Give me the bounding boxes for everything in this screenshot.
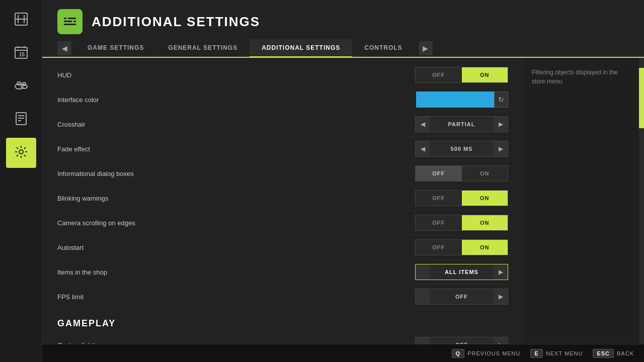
svg-rect-13 xyxy=(72,20,73,23)
sidebar-item-contracts[interactable] xyxy=(6,105,36,135)
autostart-row: Autostart OFF ON xyxy=(57,235,508,260)
camera-scrolling-off-button[interactable]: OFF xyxy=(416,215,462,230)
info-dialog-off-button[interactable]: OFF xyxy=(416,166,462,181)
fps-limit-control: OFF ▶ xyxy=(415,289,508,305)
blinking-label: Blinking warnings xyxy=(57,195,108,202)
hud-label: HUD xyxy=(57,71,71,79)
crosshair-next-button[interactable]: ▶ xyxy=(494,117,508,132)
items-shop-label: Items in the shop xyxy=(57,268,107,276)
camera-scrolling-toggle: OFF ON xyxy=(415,215,508,231)
svg-rect-12 xyxy=(66,17,68,20)
info-panel: Filtering objects displayed in the store… xyxy=(523,58,639,362)
crosshair-value: PARTIAL xyxy=(430,121,494,127)
color-bar[interactable] xyxy=(416,92,494,108)
crosshair-control: ◀ PARTIAL ▶ xyxy=(415,116,508,132)
info-dialog-row: Informational dialog boxes OFF ON xyxy=(57,161,508,186)
blinking-toggle: OFF ON xyxy=(415,190,508,206)
map-icon xyxy=(13,11,29,29)
tab-additional-settings[interactable]: ADDITIONAL SETTINGS xyxy=(250,39,352,58)
hud-on-button[interactable]: ON xyxy=(462,67,508,82)
header-icon xyxy=(57,9,83,34)
next-menu-action: E NEXT MENU xyxy=(530,349,583,358)
blinking-row: Blinking warnings OFF ON xyxy=(57,186,508,211)
back-label: BACK xyxy=(617,350,634,356)
blinking-off-button[interactable]: OFF xyxy=(416,191,462,206)
fade-prev-button[interactable]: ◀ xyxy=(416,141,430,156)
interface-color-label: Interface color xyxy=(57,96,99,104)
gameplay-section-header: GAMEPLAY xyxy=(57,318,508,329)
color-reset-button[interactable]: ↻ xyxy=(494,92,508,108)
hud-off-button[interactable]: OFF xyxy=(416,67,462,82)
back-action: ESC BACK xyxy=(593,349,634,358)
fade-selector: ◀ 500 MS ▶ xyxy=(415,141,508,157)
tab-prev-button[interactable]: ◀ xyxy=(57,41,71,55)
svg-text:15: 15 xyxy=(19,52,25,57)
info-dialog-label: Informational dialog boxes xyxy=(57,170,134,177)
header: ADDITIONAL SETTINGS xyxy=(42,0,644,39)
info-dialog-toggle: OFF ON xyxy=(415,165,508,182)
animals-icon xyxy=(13,77,29,96)
blinking-control: OFF ON xyxy=(415,190,508,206)
page-title: ADDITIONAL SETTINGS xyxy=(92,14,260,30)
items-shop-row: Items in the shop ALL ITEMS ▶ xyxy=(57,260,508,285)
camera-scrolling-on-button[interactable]: ON xyxy=(462,215,508,230)
scrollbar-thumb[interactable] xyxy=(639,68,644,128)
sidebar: 15 xyxy=(0,0,42,362)
crosshair-prev-button[interactable]: ◀ xyxy=(416,117,430,132)
tab-navigation: ◀ GAME SETTINGS GENERAL SETTINGS ADDITIO… xyxy=(42,39,644,58)
camera-scrolling-row: Camera scrolling on edges OFF ON xyxy=(57,211,508,235)
autostart-off-button[interactable]: OFF xyxy=(416,240,462,255)
autostart-on-button[interactable]: ON xyxy=(462,240,508,255)
sidebar-item-calendar[interactable]: 15 xyxy=(6,38,36,68)
svg-rect-11 xyxy=(64,24,76,25)
camera-scrolling-label: Camera scrolling on edges xyxy=(57,219,135,227)
items-shop-value: ALL ITEMS xyxy=(430,269,494,275)
hud-setting-row: HUD OFF ON xyxy=(57,63,508,87)
tab-game-settings[interactable]: GAME SETTINGS xyxy=(75,39,156,58)
previous-menu-label: PREVIOUS MENU xyxy=(467,350,520,356)
blinking-on-button[interactable]: ON xyxy=(462,191,508,206)
settings-icon xyxy=(13,144,29,162)
svg-point-8 xyxy=(19,150,23,154)
fps-prev-button[interactable] xyxy=(416,289,430,304)
hud-control: OFF ON xyxy=(415,67,508,83)
info-dialog-control: OFF ON xyxy=(415,165,508,182)
fade-effect-control: ◀ 500 MS ▶ xyxy=(415,141,508,157)
fade-effect-label: Fade effect xyxy=(57,145,90,153)
items-shop-prev-button[interactable] xyxy=(416,264,430,280)
tab-general-settings[interactable]: GENERAL SETTINGS xyxy=(156,39,250,58)
autostart-control: OFF ON xyxy=(415,239,508,255)
tab-next-button[interactable]: ▶ xyxy=(419,41,433,55)
sidebar-item-animals[interactable] xyxy=(6,71,36,102)
sidebar-item-settings[interactable] xyxy=(6,138,36,168)
back-key[interactable]: ESC xyxy=(593,349,614,358)
autostart-label: Autostart xyxy=(57,244,84,251)
camera-scrolling-control: OFF ON xyxy=(415,215,508,231)
previous-menu-key[interactable]: Q xyxy=(452,349,465,358)
items-shop-selector: ALL ITEMS ▶ xyxy=(415,264,508,280)
interface-color-control: ↻ xyxy=(415,92,508,108)
info-text: Filtering objects displayed in the store… xyxy=(532,69,618,85)
main-content: ADDITIONAL SETTINGS ◀ GAME SETTINGS GENE… xyxy=(42,0,644,362)
fps-selector: OFF ▶ xyxy=(415,289,508,305)
bottom-bar: Q PREVIOUS MENU E NEXT MENU ESC BACK xyxy=(42,344,644,362)
svg-rect-10 xyxy=(64,21,76,22)
tab-controls[interactable]: CONTROLS xyxy=(352,39,414,58)
sidebar-item-map[interactable] xyxy=(6,5,36,35)
fps-limit-label: FPS limit xyxy=(57,293,84,301)
fade-next-button[interactable]: ▶ xyxy=(494,141,508,156)
scrollbar-track[interactable] xyxy=(639,58,644,362)
items-shop-control: ALL ITEMS ▶ xyxy=(415,264,508,280)
content-area: HUD OFF ON Interface color ↻ Crosshai xyxy=(42,58,644,362)
next-menu-label: NEXT MENU xyxy=(546,350,583,356)
hud-toggle: OFF ON xyxy=(415,67,508,83)
fps-next-button[interactable]: ▶ xyxy=(494,289,508,304)
calendar-icon: 15 xyxy=(13,44,29,62)
crosshair-row: Crosshair ◀ PARTIAL ▶ xyxy=(57,112,508,137)
items-shop-next-button[interactable]: ▶ xyxy=(494,264,508,280)
next-menu-key[interactable]: E xyxy=(530,349,542,358)
settings-panel: HUD OFF ON Interface color ↻ Crosshai xyxy=(42,58,523,362)
svg-rect-9 xyxy=(64,18,76,19)
crosshair-selector: ◀ PARTIAL ▶ xyxy=(415,116,508,132)
info-dialog-on-button[interactable]: ON xyxy=(462,166,508,181)
